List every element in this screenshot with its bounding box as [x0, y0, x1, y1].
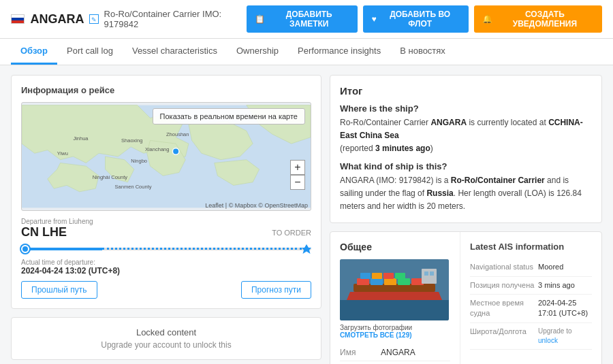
answer-1: Ro-Ro/Container Carrier ANGARA is curren… [340, 116, 592, 156]
create-alert-button[interactable]: 🔔 СОЗДАТЬ УВЕДОМЛЕНИЯ [474, 5, 602, 33]
track-fill [21, 248, 102, 250]
photo-load-text: Загрузить фотографии [340, 324, 412, 331]
answer-2: ANGARA (IMO: 9179842) is a Ro-Ro/Contain… [340, 174, 592, 214]
field-name-value: ANGARA [381, 348, 415, 357]
zoom-out-button[interactable]: − [290, 175, 305, 190]
forecast-button[interactable]: Прогноз пути [241, 281, 311, 299]
q2-flag: Russia [426, 188, 453, 198]
svg-text:Shaoxing: Shaoxing [121, 137, 142, 144]
q2-type: Ro-Ro/Container Carrier [451, 176, 545, 185]
tab-ownership[interactable]: Ownership [227, 39, 288, 65]
ais-title: Latest AIS information [470, 242, 592, 252]
general-left: Общее [330, 232, 460, 364]
ais-row-0: Navigational status Moored [470, 259, 592, 276]
q2-text: ANGARA (IMO: 9179842) is a [340, 176, 451, 185]
map-attribution: Leaflet | © Mapbox © OpenStreetMap [205, 202, 308, 209]
ais-value-2: 2024-04-2517:01 (UTC+8) [538, 298, 588, 319]
nav-tabs: Обзор Port call log Vessel characteristi… [0, 39, 613, 65]
ais-value-1: 3 mins ago [538, 280, 575, 291]
q1-reported: (reported [340, 144, 375, 153]
tab-overview[interactable]: Обзор [11, 39, 57, 65]
svg-rect-24 [430, 271, 434, 276]
svg-rect-21 [395, 273, 405, 279]
svg-text:Ningbo: Ningbo [131, 158, 147, 164]
vessel-identity: ANGARA ✎ Ro-Ro/Container Carrier IMO: 91… [11, 9, 247, 29]
field-name-row: Имя ANGARA [340, 344, 450, 361]
svg-text:Zhoushan: Zhoushan [166, 131, 189, 137]
svg-rect-20 [383, 273, 394, 279]
ais-panel: Latest AIS information Navigational stat… [460, 232, 601, 364]
q1-time: 3 minutes ago [375, 144, 430, 153]
general-fields: Имя ANGARA Флаг Russia [340, 344, 450, 364]
route-progress [21, 244, 311, 254]
ais-row-2: Местное время судна 2024-04-2517:01 (UTC… [470, 295, 592, 323]
russia-flag-icon [11, 14, 25, 24]
svg-text:Sanmen County: Sanmen County [115, 184, 152, 190]
ais-row-1: Позиция получена 3 mins ago [470, 277, 592, 295]
upgrade-text: Upgrade to [538, 327, 571, 335]
route-row: CN LHE TO ORDER [21, 225, 311, 239]
field-flag-row: Флаг Russia [340, 361, 450, 364]
departure-time-label: Actual time of departure: [21, 259, 311, 266]
locked-title: Locked content [21, 327, 311, 337]
locked-content-card: Locked content Upgrade your account to u… [11, 317, 321, 360]
dotted-track [102, 248, 302, 250]
svg-text:Yiwu: Yiwu [57, 150, 68, 156]
end-marker [302, 244, 311, 256]
q1-text-mid: is currently located at [467, 118, 548, 127]
vessel-type-imo: Ro-Ro/Container Carrier IMO: 9179842 [104, 9, 247, 29]
svg-point-9 [172, 148, 178, 154]
add-notes-button[interactable]: 📋 ДОБАВИТЬ ЗАМЕТКИ [247, 5, 358, 33]
left-panel: Информация о рейсе Shaoxing Ningbo [11, 75, 321, 364]
svg-rect-19 [372, 273, 382, 279]
bell-icon: 🔔 [482, 14, 492, 24]
departure-time: 2024-04-24 13:02 (UTC+8) [21, 266, 311, 276]
summary-card: Итог Where is the ship? Ro-Ro/Container … [330, 75, 602, 223]
zoom-in-button[interactable]: + [290, 160, 305, 175]
svg-text:Xianchang: Xianchang [145, 146, 170, 152]
svg-rect-14 [371, 278, 383, 285]
add-fleet-button[interactable]: ♥ ДОБАВИТЬ ВО ФЛОТ [363, 5, 468, 33]
photo-caption: Загрузить фотографии СМОТРЕТЬ ВСЕ (129) [340, 324, 450, 339]
map-realtime-tooltip[interactable]: Показать в реальном времени на карте [153, 108, 305, 125]
svg-text:Ninghài County: Ninghài County [93, 174, 128, 180]
svg-rect-18 [360, 273, 371, 279]
unlock-link[interactable]: unlock [538, 337, 558, 344]
main-content: Информация о рейсе Shaoxing Ningbo [0, 65, 613, 364]
ais-label-2: Местное время судна [470, 298, 538, 319]
route-section: Departure from Liuheng CN LHE TO ORDER A… [21, 218, 311, 299]
edit-icon[interactable]: ✎ [89, 14, 98, 24]
tab-vessel-characteristics[interactable]: Vessel characteristics [123, 39, 227, 65]
voyage-info-card: Информация о рейсе Shaoxing Ningbo [11, 75, 321, 309]
ais-value-3: Upgrade to unlock [538, 327, 571, 346]
heart-icon: ♥ [371, 14, 376, 24]
locked-subtitle: Upgrade your account to unlock this [21, 340, 311, 350]
past-route-button[interactable]: Прошлый путь [21, 281, 97, 299]
question-2: What kind of ship is this? [340, 161, 592, 171]
action-buttons: Прошлый путь Прогноз пути [21, 281, 311, 299]
ais-value-0: Moored [538, 262, 563, 272]
map-zoom-controls: + − [290, 160, 305, 190]
tab-news[interactable]: В новостях [390, 39, 455, 65]
svg-rect-13 [357, 278, 369, 285]
field-name-label: Имя [340, 348, 381, 357]
q1-vessel: ANGARA [430, 118, 467, 127]
map-container[interactable]: Shaoxing Ningbo Zhoushan Yiwu Ninghài Co… [21, 102, 311, 211]
q1-text-before: Ro-Ro/Container Carrier [340, 118, 430, 127]
summary-title: Итог [340, 85, 592, 97]
departure-label: Departure from Liuheng [21, 218, 311, 225]
svg-rect-23 [424, 271, 428, 276]
start-marker [21, 245, 29, 253]
svg-rect-16 [398, 278, 410, 285]
tab-port-call-log[interactable]: Port call log [57, 39, 123, 65]
svg-rect-22 [422, 269, 437, 284]
photo-view-all-link[interactable]: СМОТРЕТЬ ВСЕ (129) [340, 331, 412, 339]
voyage-info-title: Информация о рейсе [21, 85, 311, 95]
tab-performance-insights[interactable]: Performance insights [288, 39, 390, 65]
general-title: Общее [340, 242, 450, 252]
right-panel: Итог Where is the ship? Ro-Ro/Container … [330, 75, 602, 364]
vessel-name: ANGARA [30, 12, 84, 27]
ais-label-1: Позиция получена [470, 280, 538, 291]
svg-rect-15 [384, 278, 396, 285]
ais-row-3: Широта/Долгота Upgrade to unlock [470, 323, 592, 350]
